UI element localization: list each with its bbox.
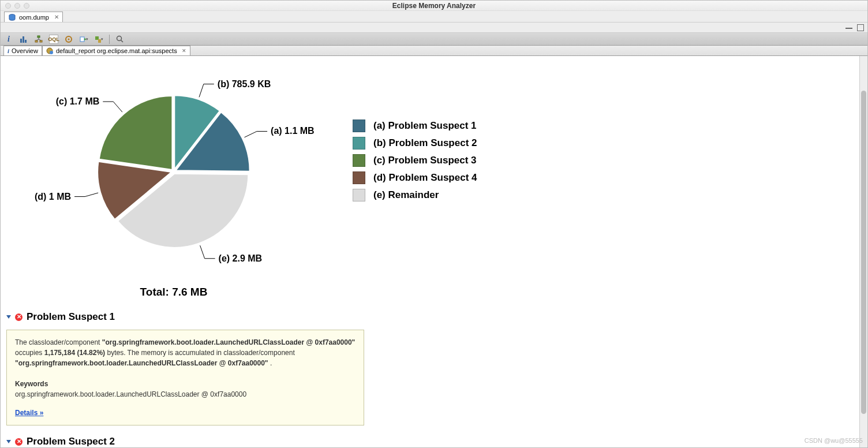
- info-icon: i: [8, 47, 9, 54]
- error-icon: ✕: [15, 438, 23, 446]
- vertical-scrollbar[interactable]: [859, 56, 867, 447]
- database-icon: [8, 13, 16, 21]
- suspect-text: The classloader/component: [15, 338, 102, 346]
- svg-point-15: [117, 36, 122, 40]
- minimize-view-icon[interactable]: [845, 27, 852, 29]
- svg-rect-6: [40, 40, 42, 42]
- keywords-label: Keywords: [15, 380, 48, 388]
- svg-rect-1: [20, 39, 22, 43]
- info-icon[interactable]: i: [4, 35, 13, 44]
- histogram-icon[interactable]: [19, 35, 28, 44]
- section-problem-suspect-2: ✕ Problem Suspect 2: [6, 436, 854, 447]
- legend-swatch: [353, 189, 365, 201]
- pie-callout-e: (e) 2.9 MB: [219, 253, 263, 263]
- svg-rect-5: [35, 40, 38, 42]
- svg-rect-3: [25, 40, 27, 43]
- legend-label: (d) Problem Suspect 4: [373, 172, 477, 184]
- legend-swatch: [353, 171, 365, 184]
- file-tab-row: oom.dump ✕: [1, 11, 867, 23]
- suspect-size: 1,175,184 (14.82%): [44, 349, 105, 357]
- suspect-detail-box: The classloader/component "org.springfra…: [6, 330, 364, 425]
- pie-callout-a: (a) 1.1 MB: [271, 126, 315, 136]
- legend-item-c: (c) Problem Suspect 3: [353, 154, 477, 167]
- maximize-view-icon[interactable]: [857, 24, 864, 31]
- keywords-value: org.springframework.boot.loader.Launched…: [15, 390, 246, 398]
- pie-callout-b: (b) 785.9 KB: [218, 79, 271, 89]
- pie-callout-c: (c) 1.7 MB: [56, 96, 100, 106]
- legend-item-a: (a) Problem Suspect 1: [353, 120, 477, 132]
- watermark: CSDN @wu@55555: [805, 437, 863, 444]
- suspect-class-name-2: "org.springframework.boot.loader.Launche…: [15, 359, 268, 367]
- error-icon: ✕: [15, 313, 23, 321]
- section-problem-suspect-1: ✕ Problem Suspect 1 The classloader/comp…: [6, 311, 854, 425]
- legend-label: (c) Problem Suspect 3: [373, 155, 477, 166]
- app-title: Eclipse Memory Analyzer: [392, 2, 476, 10]
- svg-point-11: [68, 38, 70, 40]
- minimize-window-icon[interactable]: [14, 3, 20, 9]
- legend-swatch: [353, 154, 365, 167]
- suspect-text: bytes. The memory is accumulated in clas…: [107, 349, 294, 357]
- pie-chart-area: (b) 785.9 KB(a) 1.1 MB(e) 2.9 MB(d) 1 MB…: [6, 56, 854, 281]
- query-icon[interactable]: ▾: [94, 35, 103, 44]
- legend-item-e: (e) Remainder: [353, 189, 477, 201]
- file-tab-label: oom.dump: [19, 14, 49, 21]
- search-icon[interactable]: [115, 35, 125, 44]
- section-title: Problem Suspect 2: [27, 436, 115, 447]
- section-header[interactable]: ✕ Problem Suspect 1: [6, 311, 854, 323]
- tab-overview-label: Overview: [12, 47, 38, 54]
- legend-label: (a) Problem Suspect 1: [373, 120, 477, 132]
- toolbar: i OQL ▾ ▾: [1, 33, 867, 46]
- window-traffic-lights: [5, 3, 29, 9]
- suspect-text: occupies: [15, 349, 44, 357]
- file-tab-oom-dump[interactable]: oom.dump ✕: [4, 12, 63, 22]
- collapse-icon: [6, 315, 11, 319]
- section-title: Problem Suspect 1: [27, 311, 115, 323]
- inner-tab-row: i Overview default_report org.eclipse.ma…: [1, 46, 867, 56]
- legend-swatch: [353, 120, 365, 132]
- close-window-icon[interactable]: [5, 3, 11, 9]
- run-icon[interactable]: ▾: [79, 35, 88, 44]
- legend-label: (b) Problem Suspect 2: [373, 137, 477, 149]
- pie-callout-d: (d) 1 MB: [35, 192, 71, 201]
- pie-chart: (b) 785.9 KB(a) 1.1 MB(e) 2.9 MB(d) 1 MB…: [29, 68, 318, 275]
- legend-item-d: (d) Problem Suspect 4: [353, 171, 477, 184]
- tree-icon[interactable]: [34, 35, 43, 44]
- editor-controls-bar: [1, 23, 867, 33]
- suspect-text: .: [270, 359, 272, 367]
- oql-icon[interactable]: OQL: [49, 35, 58, 44]
- svg-line-16: [121, 40, 124, 42]
- chart-total-label: Total: 7.6 MB: [70, 286, 278, 298]
- pie-slice-c: [99, 96, 173, 170]
- suspect-class-name: "org.springframework.boot.loader.Launche…: [102, 338, 356, 346]
- collapse-icon: [6, 440, 11, 443]
- zoom-window-icon[interactable]: [24, 3, 29, 9]
- titlebar: Eclipse Memory Analyzer: [1, 1, 867, 11]
- scroll-region[interactable]: (b) 785.9 KB(a) 1.1 MB(e) 2.9 MB(d) 1 MB…: [1, 56, 859, 447]
- pie-chart-legend: (a) Problem Suspect 1(b) Problem Suspect…: [353, 120, 477, 206]
- tab-default-report-label: default_report org.eclipse.mat.api:suspe…: [56, 47, 177, 54]
- svg-rect-4: [38, 36, 40, 38]
- svg-rect-2: [23, 36, 24, 43]
- details-link[interactable]: Details »: [15, 408, 43, 418]
- legend-label: (e) Remainder: [373, 189, 439, 201]
- close-tab-icon[interactable]: ✕: [182, 48, 186, 54]
- tab-default-report[interactable]: default_report org.eclipse.mat.api:suspe…: [42, 46, 190, 55]
- report-icon: [46, 47, 54, 55]
- gear-icon[interactable]: [64, 35, 73, 44]
- legend-swatch: [353, 137, 365, 150]
- svg-point-18: [50, 51, 53, 54]
- close-tab-icon[interactable]: ✕: [54, 14, 59, 20]
- tab-overview[interactable]: i Overview: [3, 46, 42, 55]
- legend-item-b: (b) Problem Suspect 2: [353, 137, 477, 150]
- section-header[interactable]: ✕ Problem Suspect 2: [6, 436, 854, 447]
- app-window: Eclipse Memory Analyzer oom.dump ✕ i OQL…: [0, 0, 868, 448]
- svg-rect-12: [80, 37, 84, 42]
- scrollbar-thumb[interactable]: [861, 91, 866, 414]
- content-pane: (b) 785.9 KB(a) 1.1 MB(e) 2.9 MB(d) 1 MB…: [1, 56, 867, 447]
